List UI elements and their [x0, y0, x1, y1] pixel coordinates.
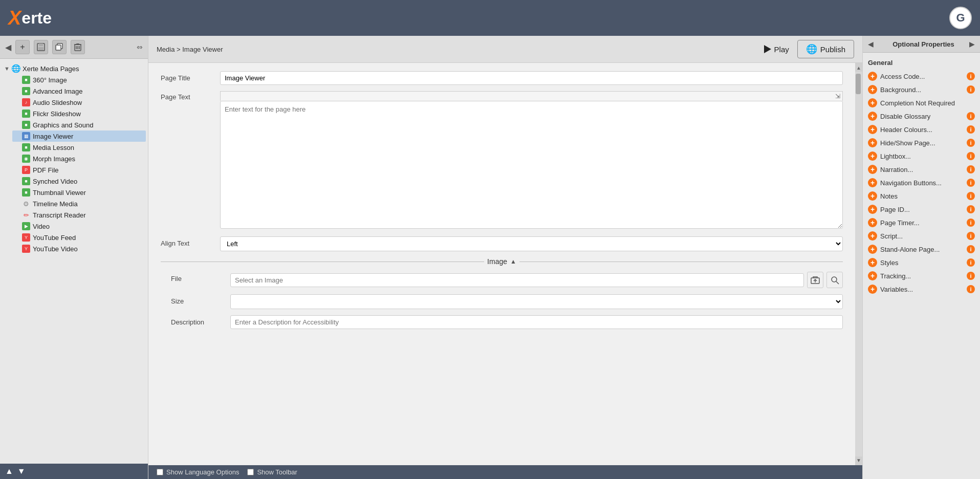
scrollbar-down-arrow[interactable]: ▼ [855, 456, 862, 464]
play-button[interactable]: Play [764, 45, 789, 54]
sidebar-item-morph-images[interactable]: ◉ Morph Images [12, 153, 146, 164]
page-title-control [220, 71, 843, 85]
prop-label-script: Script... [880, 232, 964, 240]
tree-label-youtube-video: YouTube Video [33, 245, 78, 253]
sidebar-item-thumbnail-viewer[interactable]: ■ Thumbnail Viewer [12, 187, 146, 198]
prop-variables[interactable]: + Variables... i [868, 285, 975, 294]
prop-info-icon-page-timer[interactable]: i [967, 219, 975, 227]
prop-navigation-buttons[interactable]: + Navigation Buttons... i [868, 178, 975, 187]
collapse-left-icon[interactable]: ◀ [5, 42, 11, 52]
description-input[interactable] [230, 315, 843, 329]
publish-button[interactable]: 🌐 Publish [797, 40, 854, 58]
prop-page-id[interactable]: + Page ID... i [868, 205, 975, 214]
prop-access-code[interactable]: + Access Code... i [868, 72, 975, 81]
sidebar-item-media-lesson[interactable]: ■ Media Lesson [12, 142, 146, 153]
sidebar-footer: ▲ ▼ [0, 464, 148, 479]
logo-text: erte [21, 9, 52, 28]
right-expand-icon[interactable]: ▶ [969, 40, 975, 48]
right-collapse-icon[interactable]: ◀ [868, 40, 874, 48]
sidebar-item-youtube-feed[interactable]: Y YouTube Feed [12, 232, 146, 243]
size-select[interactable] [230, 294, 843, 309]
sidebar-item-audio-slideshow[interactable]: ♪ Audio Slideshow [12, 97, 146, 108]
delete-button[interactable] [71, 40, 85, 54]
file-search-button[interactable] [826, 272, 843, 288]
text-editor-expand-icon[interactable]: ⇲ [835, 93, 840, 100]
prop-background[interactable]: + Background... i [868, 85, 975, 94]
sidebar-item-flickr-slideshow[interactable]: ■ Flickr Slideshow [12, 108, 146, 119]
prop-info-icon-disable-glossary[interactable]: i [967, 112, 975, 120]
prop-page-timer[interactable]: + Page Timer... i [868, 218, 975, 227]
nav-down-button[interactable]: ▼ [17, 467, 26, 476]
prop-completion-not-required[interactable]: + Completion Not Required [868, 98, 975, 107]
sidebar-item-graphics-sound[interactable]: ■ Graphics and Sound [12, 119, 146, 130]
prop-add-icon-access-code: + [868, 72, 877, 81]
center-scrollbar[interactable]: ▲ ▼ [855, 63, 862, 465]
tree-root-item[interactable]: ▼ 🌐 Xerte Media Pages [2, 63, 146, 74]
prop-stand-alone-page[interactable]: + Stand-Alone Page... i [868, 245, 975, 254]
sidebar-item-360image[interactable]: ■ 360° Image [12, 74, 146, 85]
center-scroll-area: Page Title Page Text ⇲ [148, 63, 862, 465]
bottom-bar: Show Language Options Show Toolbar [148, 465, 862, 479]
add-page-button[interactable]: + [15, 40, 30, 54]
prop-script[interactable]: + Script... i [868, 231, 975, 241]
prop-info-icon-variables[interactable]: i [967, 285, 975, 293]
align-text-select[interactable]: Left Center Right Justify [220, 236, 843, 251]
sidebar-resize-icon[interactable]: ⇔ [137, 43, 143, 51]
scrollbar-thumb[interactable] [856, 74, 861, 94]
image-section-collapse-icon[interactable]: ▲ [510, 258, 516, 265]
size-row: Size [161, 294, 843, 309]
prop-info-icon-lightbox[interactable]: i [967, 152, 975, 160]
sidebar-item-youtube-video[interactable]: Y YouTube Video [12, 243, 146, 254]
prop-info-icon-styles[interactable]: i [967, 258, 975, 267]
sidebar-item-timeline-media[interactable]: ⚙ Timeline Media [12, 198, 146, 209]
prop-info-icon-tracking[interactable]: i [967, 272, 975, 280]
sidebar-item-advanced-image[interactable]: ■ Advanced Image [12, 85, 146, 97]
prop-add-icon-page-timer: + [868, 218, 877, 227]
tree-expand-root[interactable]: ▼ [4, 66, 10, 72]
prop-header-colours[interactable]: + Header Colours... i [868, 125, 975, 134]
prop-hide-show-page[interactable]: + Hide/Show Page... i [868, 138, 975, 147]
prop-info-icon-narration[interactable]: i [967, 165, 975, 173]
page-title-input[interactable] [220, 71, 843, 85]
tree-icon-thumb: ■ [21, 188, 31, 197]
sidebar-item-image-viewer[interactable]: ▦ Image Viewer [12, 130, 146, 142]
prop-info-icon-notes[interactable]: i [967, 192, 975, 200]
align-text-control: Left Center Right Justify [220, 236, 843, 251]
prop-info-icon-script[interactable]: i [967, 232, 975, 240]
sidebar-item-synched-video[interactable]: ■ Synched Video [12, 176, 146, 187]
prop-add-icon-stand-alone: + [868, 245, 877, 254]
show-toolbar-checkbox[interactable] [247, 469, 254, 475]
prop-info-icon-access-code[interactable]: i [967, 72, 975, 80]
sidebar-item-transcript-reader[interactable]: ✏ Transcript Reader [12, 209, 146, 221]
tree-root: ▼ 🌐 Xerte Media Pages ■ 360° Image ■ Adv… [2, 62, 146, 255]
prop-tracking[interactable]: + Tracking... i [868, 271, 975, 280]
page-text-input[interactable] [220, 101, 843, 229]
prop-add-icon-tracking: + [868, 271, 877, 280]
nav-up-button[interactable]: ▲ [5, 467, 13, 476]
prop-disable-glossary[interactable]: + Disable Glossary i [868, 112, 975, 121]
right-section-general: General [868, 59, 975, 67]
prop-styles[interactable]: + Styles i [868, 258, 975, 267]
sidebar-item-pdf-file[interactable]: P PDF File [12, 164, 146, 176]
copy-button[interactable] [52, 40, 67, 54]
prop-info-icon-background[interactable]: i [967, 85, 975, 94]
prop-info-icon-hide-show[interactable]: i [967, 139, 975, 147]
tree-label-synched-video: Synched Video [33, 178, 77, 185]
logo-x-icon: X [8, 7, 21, 29]
file-upload-button[interactable] [807, 272, 823, 288]
prop-info-icon-nav-buttons[interactable]: i [967, 179, 975, 187]
prop-info-icon-header-colours[interactable]: i [967, 125, 975, 134]
save-button[interactable] [34, 40, 48, 54]
prop-info-icon-stand-alone[interactable]: i [967, 245, 975, 253]
description-row: Description [161, 315, 843, 329]
show-language-checkbox[interactable] [157, 469, 163, 475]
file-input[interactable] [230, 273, 804, 287]
prop-narration[interactable]: + Narration... i [868, 165, 975, 174]
prop-info-icon-page-id[interactable]: i [967, 205, 975, 213]
prop-add-icon-lightbox: + [868, 151, 877, 161]
scrollbar-up-arrow[interactable]: ▲ [855, 64, 862, 72]
user-avatar[interactable]: G [949, 7, 972, 29]
prop-lightbox[interactable]: + Lightbox... i [868, 151, 975, 161]
sidebar-item-video[interactable]: ▶ Video [12, 221, 146, 232]
prop-notes[interactable]: + Notes i [868, 191, 975, 201]
